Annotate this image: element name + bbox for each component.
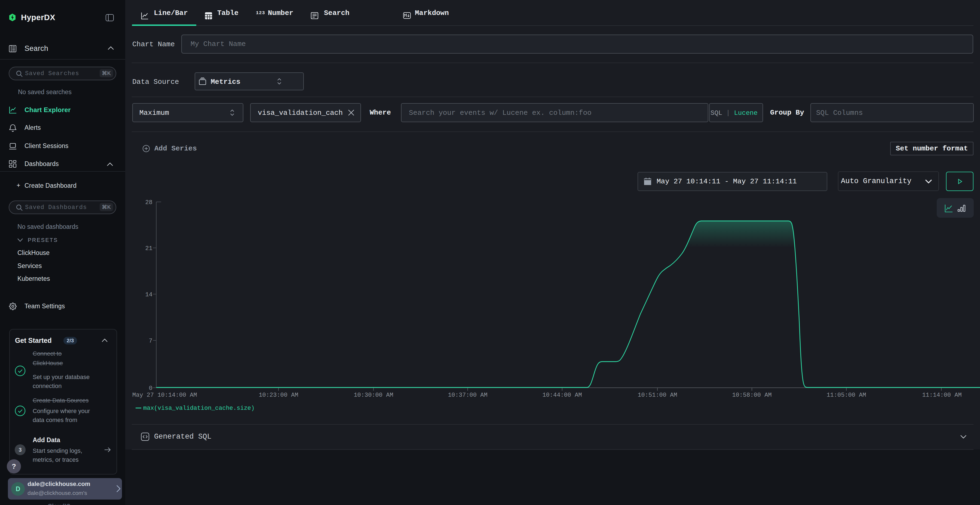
svg-text:11:05:00 AM: 11:05:00 AM [826, 392, 866, 399]
svg-text:10:58:00 AM: 10:58:00 AM [732, 392, 772, 399]
svg-text:10:30:00 AM: 10:30:00 AM [354, 392, 393, 399]
svg-text:14: 14 [145, 291, 153, 298]
svg-text:10:44:00 AM: 10:44:00 AM [542, 392, 582, 399]
svg-text:10:23:00 AM: 10:23:00 AM [259, 392, 298, 399]
svg-text:11:14:00 AM: 11:14:00 AM [922, 392, 961, 399]
svg-text:28: 28 [145, 199, 153, 206]
svg-text:10:51:00 AM: 10:51:00 AM [638, 392, 677, 399]
svg-text:7: 7 [149, 338, 153, 345]
svg-text:10:37:00 AM: 10:37:00 AM [448, 392, 487, 399]
svg-text:May 27 10:14:00 AM: May 27 10:14:00 AM [132, 392, 197, 399]
svg-text:21: 21 [145, 245, 153, 252]
svg-text:0: 0 [149, 385, 153, 392]
